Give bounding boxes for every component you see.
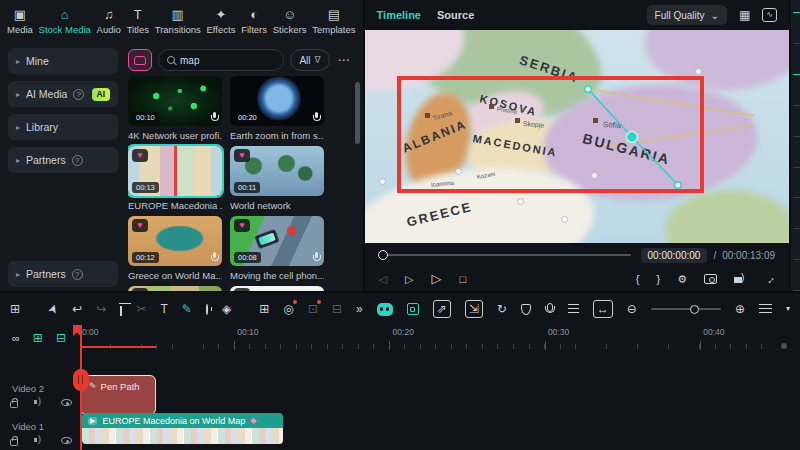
selection-rectangle[interactable] xyxy=(397,76,704,193)
smart-render-icon[interactable] xyxy=(407,303,419,315)
auto-reframe-icon[interactable]: ⊞ xyxy=(259,302,269,316)
dock-icon[interactable] xyxy=(793,12,800,13)
layout-grid-icon[interactable]: ▦ xyxy=(739,8,750,22)
clip-pen-path[interactable]: ✎ Pen Path xyxy=(80,375,156,415)
track-options-caret[interactable]: ▾ xyxy=(786,302,790,316)
dock-icon[interactable] xyxy=(793,136,800,137)
media-item[interactable]: 00:20Earth zoom in from s... xyxy=(230,76,324,141)
search-box[interactable] xyxy=(158,49,284,71)
audio-mic-icon xyxy=(211,252,218,262)
play-button[interactable]: ▷ xyxy=(432,273,442,285)
media-tab-transitions[interactable]: ▥ Transitions xyxy=(154,6,202,37)
media-tab-effects[interactable]: ✦ Effects xyxy=(206,6,237,37)
sidebar-item-mine[interactable]: ▸ Mine xyxy=(8,48,118,74)
media-scrollbar[interactable] xyxy=(355,82,360,144)
pen-tool-icon[interactable]: ✎ xyxy=(182,302,192,316)
media-tab-stock-media[interactable]: ⌂ Stock Media xyxy=(38,6,92,37)
select-tool-icon[interactable]: ➤ xyxy=(45,302,62,316)
media-item[interactable]: ♥00:13EUROPE Macedonia ... xyxy=(128,146,222,211)
media-item[interactable]: ♥00:12Greece on World Ma... xyxy=(128,216,222,281)
record-voiceover-icon[interactable] xyxy=(545,303,554,315)
volume-icon[interactable] xyxy=(734,274,747,284)
media-tab-filters[interactable]: ◐ Filters xyxy=(240,6,268,37)
timeline-ruler[interactable]: 0:0000:1000:2000:3000:40 xyxy=(0,325,789,351)
fullscreen-icon[interactable]: ↔ xyxy=(761,271,777,287)
media-tab-stickers[interactable]: ☺ Stickers xyxy=(272,6,308,37)
tab-timeline[interactable]: Timeline xyxy=(377,9,421,21)
lock-track-icon[interactable] xyxy=(10,401,18,408)
insert-frame-icon[interactable]: ⊟ xyxy=(332,302,342,316)
mute-track-icon[interactable] xyxy=(34,398,45,407)
timeline-hscroll[interactable] xyxy=(781,343,787,349)
sidebar-item-library[interactable]: ▸ Library xyxy=(8,114,118,140)
preview-canvas[interactable]: SERBIAKOSOVAPristinaMACEDONIAALBANIABULG… xyxy=(365,30,789,243)
scrubber-knob[interactable] xyxy=(378,250,388,260)
help-icon[interactable]: ? xyxy=(72,155,83,166)
clip-europe-macedonia[interactable]: ▶ EUROPE Macedonia on World Map ◆ xyxy=(82,413,283,444)
duration-icon[interactable] xyxy=(206,304,208,315)
mixer-icon[interactable] xyxy=(568,304,579,314)
ai-image-icon[interactable]: ⊡ xyxy=(308,302,318,316)
dock-icon[interactable] xyxy=(793,43,800,44)
apps-grid-icon[interactable]: ⊞ xyxy=(10,302,20,316)
playhead[interactable] xyxy=(80,325,82,450)
sidebar-item-ai-media[interactable]: ▸ AI Media ? AI xyxy=(8,81,118,107)
snapshot-icon[interactable] xyxy=(704,274,717,284)
sidebar-item-partners[interactable]: ▸ Partners ? xyxy=(8,261,118,287)
mark-out-button[interactable]: } xyxy=(656,273,660,285)
help-icon[interactable]: ? xyxy=(72,269,83,280)
media-tab-audio[interactable]: ♫ Audio xyxy=(96,6,122,37)
dock-icon[interactable] xyxy=(793,105,800,106)
dock-icon[interactable] xyxy=(793,228,800,229)
hide-track-icon[interactable] xyxy=(61,399,72,406)
search-input[interactable] xyxy=(180,55,275,66)
track-options-icon[interactable] xyxy=(759,304,772,314)
playhead-grip[interactable] xyxy=(73,369,89,391)
help-icon[interactable]: ? xyxy=(73,89,84,100)
media-tab-titles[interactable]: T Titles xyxy=(126,6,150,37)
more-tools-icon[interactable]: » xyxy=(356,302,363,316)
export-frame-icon[interactable]: ⇲ xyxy=(465,300,483,318)
preview-settings-icon[interactable]: ⚙ xyxy=(677,273,687,285)
text-tool-icon[interactable]: T xyxy=(160,302,167,316)
dock-icon[interactable] xyxy=(793,167,800,168)
tab-source[interactable]: Source xyxy=(437,9,474,21)
delete-icon[interactable] xyxy=(120,306,122,316)
mute-track-icon[interactable] xyxy=(34,436,45,445)
zoom-slider-knob[interactable] xyxy=(690,305,699,314)
filter-all-button[interactable]: All ∇ xyxy=(290,49,329,71)
fit-timeline-icon[interactable]: ↔ xyxy=(593,300,613,318)
preview-scrubber[interactable] xyxy=(379,254,631,256)
export-clip-icon[interactable]: ⇗ xyxy=(433,300,451,318)
stock-media-source-icon[interactable] xyxy=(128,49,152,71)
ai-cutout-icon[interactable]: ◎ xyxy=(283,302,293,316)
more-options-button[interactable]: ⋯ xyxy=(336,53,353,67)
hide-track-icon[interactable] xyxy=(61,437,72,444)
ai-assistant-icon[interactable] xyxy=(377,303,393,316)
previous-frame-button[interactable]: ◁ xyxy=(379,273,387,285)
dock-icon[interactable] xyxy=(793,74,800,75)
lock-track-icon[interactable] xyxy=(10,439,18,446)
media-item[interactable]: 00:104K Network user profi... xyxy=(128,76,222,141)
media-tab-templates[interactable]: ▤ Templates xyxy=(311,6,356,37)
zoom-in-icon[interactable]: ⊕ xyxy=(735,302,745,316)
dock-icon[interactable] xyxy=(793,197,800,198)
next-frame-button[interactable]: ▷ xyxy=(405,273,413,285)
scopes-icon[interactable]: ∿ xyxy=(762,8,777,22)
split-icon[interactable]: ✂ xyxy=(136,302,146,316)
zoom-out-icon[interactable]: ⊖ xyxy=(627,302,637,316)
media-tab-media[interactable]: ▣ Media xyxy=(6,6,34,37)
media-item[interactable]: ♥00:11World network xyxy=(230,146,324,211)
quality-selector[interactable]: Full Quality ⌄ xyxy=(647,5,727,25)
media-item[interactable]: ♥00:08Moving the cell phon... xyxy=(230,216,324,281)
stop-button[interactable]: □ xyxy=(460,273,467,285)
mark-in-button[interactable]: { xyxy=(636,273,640,285)
timeline-zoom-slider[interactable] xyxy=(651,308,721,310)
redo-icon[interactable]: ↪ xyxy=(96,302,106,316)
loop-icon[interactable]: ↻ xyxy=(497,302,507,316)
sidebar-item-partners[interactable]: ▸ Partners ? xyxy=(8,147,118,173)
undo-icon[interactable]: ↩ xyxy=(72,302,82,316)
dock-icon[interactable] xyxy=(793,259,800,260)
shield-icon[interactable] xyxy=(521,304,531,315)
keyframe-icon[interactable]: ◈ xyxy=(222,302,231,316)
